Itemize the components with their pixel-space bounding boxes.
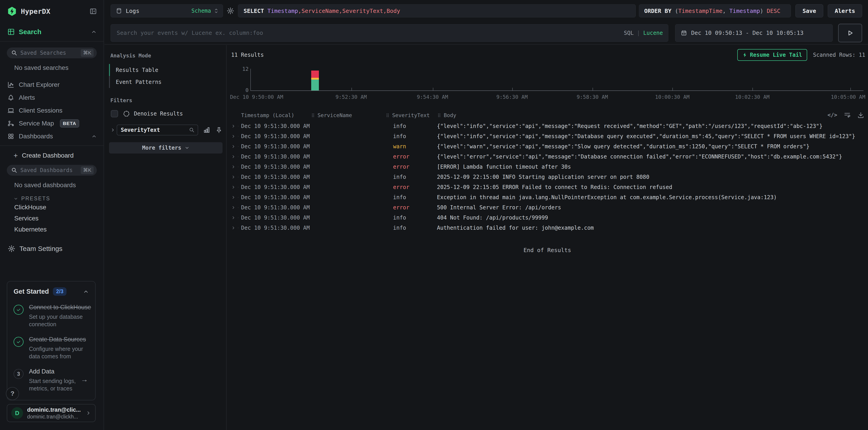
column-header-timestamp[interactable]: Timestamp (Local) bbox=[241, 112, 311, 118]
select-query-input[interactable]: SELECT Timestamp,ServiceName,SeverityTex… bbox=[238, 4, 636, 18]
table-row[interactable]: Dec 10 9:51:30.000 AMinfoException in th… bbox=[227, 192, 868, 202]
x-axis-label: 9:52:30 AM bbox=[335, 94, 367, 100]
row-expand-icon[interactable] bbox=[231, 175, 236, 179]
y-axis-max-label: 12 bbox=[242, 66, 249, 72]
more-filters-label: More filters bbox=[142, 145, 181, 151]
sidebar-item-dashboards[interactable]: Dashboards bbox=[0, 130, 103, 143]
get-started-step-connect[interactable]: Connect to ClickHouse Set up your databa… bbox=[13, 303, 89, 328]
alerts-button[interactable]: Alerts bbox=[828, 4, 862, 18]
source-settings-gear-icon[interactable] bbox=[227, 7, 234, 15]
order-by-input[interactable]: ORDER BY (TimestampTime, Timestamp) DESC bbox=[639, 4, 791, 18]
row-body: {"level":"info","service":"api","message… bbox=[437, 123, 868, 129]
table-row[interactable]: Dec 10 9:51:30.000 AMinfo2025-12-09 22:1… bbox=[227, 172, 868, 182]
source-select[interactable]: Logs Schema bbox=[111, 4, 223, 18]
step-desc: Set up your database connection bbox=[29, 313, 95, 328]
sql-toggle[interactable]: SQL bbox=[624, 30, 633, 36]
row-severity: error bbox=[385, 154, 437, 160]
drag-handle-icon[interactable] bbox=[385, 112, 390, 118]
preset-kubernetes[interactable]: Kubernetes bbox=[0, 224, 103, 235]
row-expand-icon[interactable] bbox=[231, 185, 236, 190]
severity-filter-input[interactable]: SeverityText bbox=[117, 125, 198, 135]
bell-icon bbox=[7, 94, 14, 101]
drag-handle-icon[interactable] bbox=[437, 112, 441, 118]
create-dashboard-button[interactable]: + Create Dashboard bbox=[0, 148, 103, 163]
sidebar-item-alerts[interactable]: Alerts bbox=[0, 91, 103, 104]
sidebar-item-client-sessions[interactable]: Client Sessions bbox=[0, 104, 103, 117]
column-header-severitytext[interactable]: SeverityText bbox=[385, 112, 437, 118]
step-number-badge: 3 bbox=[13, 369, 24, 379]
row-expand-icon[interactable] bbox=[231, 165, 236, 169]
time-range-picker[interactable]: Dec 10 09:50:13 - Dec 10 10:05:13 bbox=[675, 24, 833, 42]
preset-clickhouse[interactable]: ClickHouse bbox=[0, 202, 103, 213]
row-expand-icon[interactable] bbox=[231, 226, 236, 230]
row-expand-icon[interactable] bbox=[231, 205, 236, 210]
bar-chart-icon[interactable] bbox=[203, 126, 210, 134]
save-button[interactable]: Save bbox=[796, 4, 823, 18]
sidebar-item-service-map[interactable]: Service Map BETA bbox=[0, 117, 103, 130]
row-body: [ERROR] Lambda function timeout after 30… bbox=[437, 164, 868, 170]
download-icon[interactable] bbox=[857, 111, 864, 119]
saved-dashboards-input[interactable]: Saved Dashboards ⌘K bbox=[7, 165, 97, 176]
row-expand-icon[interactable] bbox=[231, 216, 236, 220]
table-row[interactable]: Dec 10 9:51:30.000 AMerror2025-12-09 22:… bbox=[227, 182, 868, 192]
chart-explorer-icon bbox=[7, 81, 14, 88]
nav-label: Service Map bbox=[19, 120, 54, 127]
chevron-up-icon[interactable] bbox=[83, 289, 89, 295]
row-timestamp: Dec 10 9:51:30.000 AM bbox=[241, 194, 311, 201]
column-header-body[interactable]: Body bbox=[437, 112, 868, 118]
shortcut-badge: ⌘K bbox=[81, 49, 94, 57]
pin-icon[interactable] bbox=[215, 126, 222, 134]
table-row[interactable]: Dec 10 9:51:30.000 AMerror500 Internal S… bbox=[227, 202, 868, 212]
denoise-row: Denoise Results bbox=[109, 110, 222, 117]
row-timestamp: Dec 10 9:51:30.000 AM bbox=[241, 133, 311, 139]
user-email: dominic.tran@clickh... bbox=[27, 414, 81, 420]
table-row[interactable]: Dec 10 9:51:30.000 AMwarn{"level":"warn"… bbox=[227, 141, 868, 152]
x-axis-tick bbox=[850, 88, 851, 91]
row-expand-icon[interactable] bbox=[231, 144, 236, 149]
denoise-checkbox[interactable] bbox=[111, 110, 118, 117]
lucene-toggle[interactable]: Lucene bbox=[643, 30, 663, 36]
chevron-up-icon[interactable] bbox=[91, 29, 97, 35]
stacked-bar[interactable] bbox=[311, 69, 319, 91]
sidebar-item-chart-explorer[interactable]: Chart Explorer bbox=[0, 78, 103, 91]
preset-services[interactable]: Services bbox=[0, 213, 103, 224]
row-expand-icon[interactable] bbox=[231, 155, 236, 159]
row-severity: error bbox=[385, 184, 437, 190]
row-expand-icon[interactable] bbox=[231, 134, 236, 139]
table-row[interactable]: Dec 10 9:51:30.000 AMinfo404 Not Found: … bbox=[227, 212, 868, 223]
get-started-card: Get Started 2/3 Connect to ClickHouse Se… bbox=[7, 281, 96, 400]
mode-event-patterns[interactable]: Event Patterns bbox=[109, 76, 222, 88]
sidebar-item-search[interactable]: Search bbox=[0, 23, 103, 42]
get-started-step-add-data[interactable]: 3 Add Data Start sending logs, metrics, … bbox=[13, 368, 89, 392]
table-row[interactable]: Dec 10 9:51:30.000 AMinfo{"level":"info"… bbox=[227, 131, 868, 141]
collapse-sidebar-icon[interactable] bbox=[90, 8, 97, 15]
code-view-icon[interactable]: </> bbox=[828, 111, 837, 119]
presets-toggle[interactable]: PRESETS bbox=[13, 196, 103, 202]
search-input[interactable] bbox=[111, 24, 668, 42]
chart-plot[interactable]: 12 0 bbox=[250, 69, 864, 91]
get-started-step-sources[interactable]: Create Data Sources Configure where your… bbox=[13, 335, 89, 360]
resume-live-tail-button[interactable]: Resume Live Tail bbox=[737, 49, 807, 61]
saved-searches-input[interactable]: Saved Searches ⌘K bbox=[7, 47, 97, 58]
sidebar-item-team-settings[interactable]: Team Settings bbox=[0, 245, 103, 253]
row-expand-icon[interactable] bbox=[231, 195, 236, 200]
column-header-servicename[interactable]: ServiceName bbox=[311, 112, 385, 118]
play-icon bbox=[846, 29, 854, 37]
table-row[interactable]: Dec 10 9:51:30.000 AMerror[ERROR] Lambda… bbox=[227, 162, 868, 172]
table-row[interactable]: Dec 10 9:51:30.000 AMinfo{"level":"info"… bbox=[227, 121, 868, 131]
help-button[interactable]: ? bbox=[6, 387, 19, 400]
chevron-right-icon[interactable] bbox=[111, 128, 115, 132]
chevron-up-icon[interactable] bbox=[91, 134, 97, 139]
run-query-button[interactable] bbox=[838, 24, 862, 42]
analysis-mode-title: Analysis Mode bbox=[109, 53, 222, 59]
mode-results-table[interactable]: Results Table bbox=[109, 64, 222, 76]
no-saved-dashboards-label: No saved dashboards bbox=[14, 181, 103, 189]
row-expand-icon[interactable] bbox=[231, 124, 236, 128]
user-account-button[interactable]: D dominic.tran@clic... dominic.tran@clic… bbox=[7, 404, 96, 422]
drag-handle-icon[interactable] bbox=[311, 112, 315, 118]
arrow-right-icon: → bbox=[81, 375, 88, 384]
text-wrap-icon[interactable] bbox=[844, 111, 851, 119]
table-row[interactable]: Dec 10 9:51:30.000 AMerror{"level":"erro… bbox=[227, 152, 868, 162]
more-filters-button[interactable]: More filters bbox=[109, 142, 222, 154]
table-row[interactable]: Dec 10 9:51:30.000 AMinfoAuthentication … bbox=[227, 223, 868, 233]
